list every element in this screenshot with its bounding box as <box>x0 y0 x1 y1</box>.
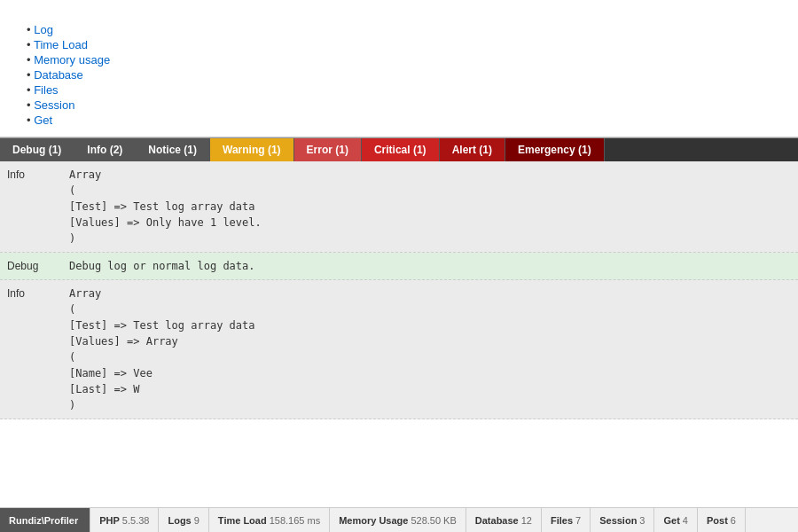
log-line: [Values] => Array <box>69 333 791 349</box>
status-item[interactable]: Post6 <box>698 508 746 532</box>
feature-item: Memory usage <box>27 52 780 67</box>
status-item[interactable]: Session3 <box>591 508 654 532</box>
log-line: [Test] => Test log array data <box>69 199 791 215</box>
status-value: 528.50 KB <box>411 515 456 526</box>
status-label: Logs <box>168 515 191 526</box>
status-label: Memory Usage <box>339 515 408 526</box>
log-line: ( <box>69 183 791 199</box>
feature-item: Session <box>27 98 780 113</box>
log-tab[interactable]: Error (1) <box>294 138 362 161</box>
status-value: 12 <box>521 515 532 526</box>
feature-item: Log <box>27 22 780 37</box>
log-entry: InfoArray( [Test] => Test log array data… <box>0 161 798 253</box>
log-line: [Name] => Vee <box>69 365 791 381</box>
status-value: 9 <box>194 515 200 526</box>
log-tab[interactable]: Warning (1) <box>210 138 294 161</box>
status-value: 7 <box>575 515 581 526</box>
log-line: [Last] => W <box>69 381 791 397</box>
log-line: Array <box>69 286 791 301</box>
status-item[interactable]: Time Load158.165 ms <box>209 508 330 532</box>
status-item[interactable]: Database12 <box>466 508 542 532</box>
log-message: Debug log or normal log data. <box>69 258 791 274</box>
feature-list: LogTime LoadMemory usageDatabaseFilesSes… <box>18 22 780 128</box>
log-message: Array( [Test] => Test log array data [Va… <box>69 286 791 413</box>
log-tab[interactable]: Info (2) <box>74 138 136 161</box>
page-header: LogTime LoadMemory usageDatabaseFilesSes… <box>0 0 798 137</box>
log-tab[interactable]: Emergency (1) <box>505 138 605 161</box>
log-line: Debug log or normal log data. <box>69 258 791 274</box>
status-value: 6 <box>731 515 736 526</box>
status-value: 3 <box>639 515 645 526</box>
log-entry: InfoArray( [Test] => Test log array data… <box>0 280 798 419</box>
feature-item: Time Load <box>27 37 780 52</box>
status-item[interactable]: Memory Usage528.50 KB <box>330 508 466 532</box>
status-label: PHP <box>99 515 120 526</box>
log-entry: DebugDebug log or normal log data. <box>0 253 798 280</box>
status-label: Files <box>551 515 573 526</box>
log-line: ) <box>69 231 791 246</box>
status-item[interactable]: Rundiz\Profiler <box>0 508 90 532</box>
status-label: Post <box>707 515 728 526</box>
status-value: 158.165 ms <box>270 515 320 526</box>
feature-item: Files <box>27 82 780 98</box>
log-tabs: Debug (1)Info (2)Notice (1)Warning (1)Er… <box>0 137 798 161</box>
log-tab[interactable]: Notice (1) <box>136 138 210 161</box>
status-label: Rundiz\Profiler <box>9 515 78 526</box>
log-line: ) <box>69 397 791 413</box>
log-line: Array <box>69 167 791 183</box>
log-line: [Test] => Test log array data <box>69 317 791 333</box>
status-item[interactable]: PHP5.5.38 <box>90 508 159 532</box>
log-tab[interactable]: Debug (1) <box>0 138 74 161</box>
status-value: 4 <box>683 515 688 526</box>
log-line: ( <box>69 349 791 365</box>
log-level: Info <box>7 167 69 246</box>
log-entries: InfoArray( [Test] => Test log array data… <box>0 161 798 419</box>
log-level: Debug <box>7 258 69 274</box>
status-bar: Rundiz\ProfilerPHP5.5.38Logs9Time Load15… <box>0 507 798 532</box>
main-content: LogTime LoadMemory usageDatabaseFilesSes… <box>0 0 798 507</box>
log-line: [Values] => Only have 1 level. <box>69 215 791 231</box>
status-label: Get <box>663 515 679 526</box>
status-label: Session <box>599 515 637 526</box>
status-label: Time Load <box>218 515 267 526</box>
status-item[interactable]: Logs9 <box>159 508 208 532</box>
feature-item: Get <box>27 113 780 128</box>
log-message: Array( [Test] => Test log array data [Va… <box>69 167 791 246</box>
status-label: Database <box>475 515 519 526</box>
log-level: Info <box>7 286 69 413</box>
status-item[interactable]: Files7 <box>542 508 591 532</box>
status-item[interactable]: Get4 <box>654 508 697 532</box>
feature-item: Database <box>27 67 780 82</box>
log-tab[interactable]: Critical (1) <box>362 138 440 161</box>
log-tab[interactable]: Alert (1) <box>440 138 505 161</box>
status-value: 5.5.38 <box>122 515 150 526</box>
log-line: ( <box>69 301 791 317</box>
